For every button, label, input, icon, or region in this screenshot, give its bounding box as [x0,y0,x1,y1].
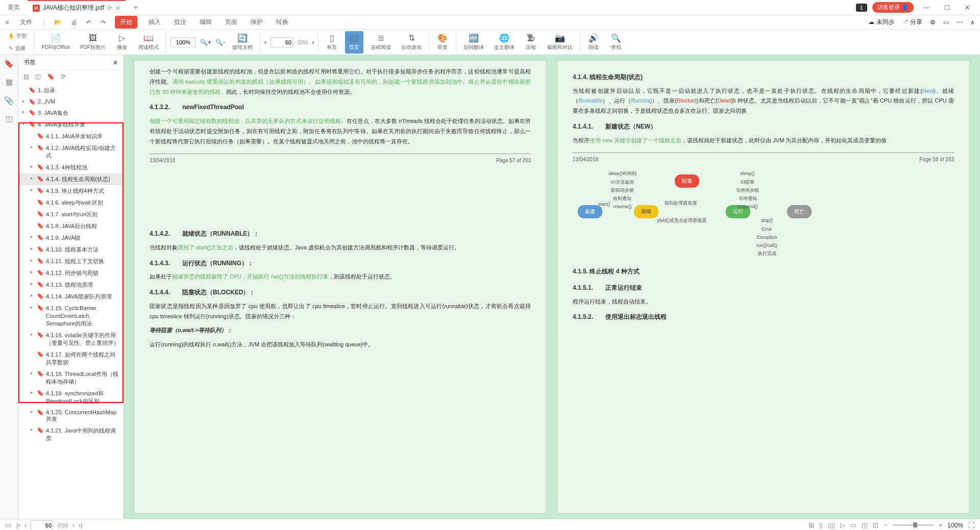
tab-insert[interactable]: 插入 [146,16,163,29]
open-icon[interactable]: 📂 [54,19,62,26]
undo-icon[interactable]: ↶ [86,19,91,26]
tab-comment[interactable]: 批注 [172,16,188,29]
read-aloud[interactable]: 🔊朗读 [584,31,603,54]
tab-protect[interactable]: 保护 [249,16,265,29]
bookmark-item[interactable]: ▸🔖4.1.19. synchronized和ReentrantLock的区别 [18,388,123,407]
bookmark-icon[interactable]: 🔖 [4,59,14,68]
tab-start[interactable]: 开始 [115,16,137,29]
bm-tool-icon[interactable]: ▤ [23,73,29,80]
last-page-icon[interactable]: ›| [79,521,83,529]
select-tool[interactable]: ↖选择 [5,43,30,54]
tab-convert[interactable]: 转换 [274,16,290,29]
rotate-button[interactable]: 🔄旋转文档 [229,31,256,54]
thumbnail-icon[interactable]: ▦ [6,78,13,87]
double-page[interactable]: ▯▯双页 [345,31,363,54]
new-tab-button[interactable]: + [126,3,145,12]
more-icon[interactable]: ⋯ [957,19,963,26]
bookmark-item[interactable]: ▸🔖4.1.12. 同步锁与死锁 [18,267,123,279]
first-page-icon[interactable]: |‹ [16,521,20,529]
bookmark-item[interactable]: ▸🔖4.1.20. ConcurrentHashMap并发 [18,407,123,425]
bookmark-item[interactable]: ▸🔖4.1.11. 线程上下文切换 [18,256,123,267]
pdf-to-office[interactable]: 📄PDF转Office [38,31,73,54]
full-translate[interactable]: 🌐全文翻译 [491,31,518,54]
zoom-in-icon[interactable]: + [939,521,943,529]
pdf-to-image[interactable]: 🖼PDF转图片 [77,31,109,54]
prev-page-icon[interactable]: ‹ [24,521,27,529]
hand-tool[interactable]: ✋手型 [5,31,30,42]
crop-icon[interactable]: ◫ [6,114,13,123]
close-icon[interactable]: ✕ [115,5,120,12]
view5-icon[interactable]: ▭ [850,521,856,529]
bookmark-item[interactable]: 🔖4.1.1. JAVA并发知识库 [18,131,123,142]
bookmark-item[interactable]: ▸🔖4.1.10. 线程基本方法 [18,244,123,256]
bookmark-item[interactable]: ▸🔖4.1.9. JAVA锁 [18,232,123,244]
bookmark-item[interactable]: ▸🔖4.1.5. 终止线程4种方式 [18,185,123,197]
settings-icon[interactable]: ⚙ [930,19,936,26]
fit-icon[interactable]: ⊡ [873,521,878,529]
bookmark-item[interactable]: ▸🔖4.1.3. 4种线程池 [18,162,123,173]
close-window-icon[interactable]: ✕ [960,4,975,11]
zoom-out-icon[interactable]: 🔍- [215,39,225,46]
view2-icon[interactable]: ▯ [819,521,823,529]
view4-icon[interactable]: ▷ [840,521,845,529]
attachment-icon[interactable]: 📎 [4,96,14,105]
sync-status[interactable]: ☁ 未同步 [868,18,894,27]
bookmark-item[interactable]: ▸🔖4.1.21. Java中用到的线程调度 [18,425,123,444]
tab-pin-icon[interactable]: ⟳ [107,5,112,12]
view6-icon[interactable]: ◫ [862,521,868,529]
page-input[interactable] [271,37,293,47]
window-icon[interactable]: ▭ [943,19,949,26]
print-icon[interactable]: 🖨 [71,19,77,26]
bookmark-item[interactable]: 🔖4.1.17. 如何在两个线程之间共享数据 [18,349,123,368]
collapse-icon[interactable]: ∧ [970,19,975,26]
redo-icon[interactable]: ↷ [101,19,106,26]
maximize-icon[interactable]: ☐ [939,4,954,11]
view1-icon[interactable]: ⊞ [808,521,814,529]
bm-tool-icon[interactable]: ◫ [35,73,41,80]
bookmark-item[interactable]: ▸🔖4.1.15. CyclicBarrier、CountDownLatch、S… [18,302,123,330]
auto-scroll[interactable]: ⇅自动滚动 [398,31,425,54]
zoom-out-icon[interactable]: − [884,521,888,529]
bm-tool-icon[interactable]: 🔖 [47,73,55,80]
next-page-icon[interactable]: › [72,521,74,529]
compress-button[interactable]: 🗜压缩 [522,31,540,54]
file-menu[interactable]: 文件 [18,16,34,29]
bookmark-item[interactable]: ▸🔖4.1.13. 线程池原理 [18,279,123,291]
next-page-icon[interactable]: › [312,39,314,46]
bookmark-item[interactable]: ▸🔖4.1.14. JAVA阻塞队列原理 [18,291,123,302]
bookmark-item[interactable]: 🔖4.1.7. start与run区别 [18,209,123,220]
tab-page[interactable]: 页面 [223,16,239,29]
background-button[interactable]: 🎨背景 [433,31,452,54]
bookmark-item[interactable]: ▸🔖4.1.18. ThreadLocal作用（线程本地存储） [18,368,123,388]
continuous-read[interactable]: ≣连续阅读 [368,31,394,54]
bookmark-item[interactable]: ▸🔖4.1.2. JAVA线程实现/创建方式 [18,142,123,162]
tab-edit[interactable]: 编辑 [198,16,214,29]
sb-panel-icon[interactable]: ▭ [5,521,11,529]
bookmark-item[interactable]: ▸🔖4.1.16. volatile关键字的作用（变量可见性、禁止重排序） [18,330,123,349]
minimize-icon[interactable]: — [919,4,934,11]
view3-icon[interactable]: ▯▯ [828,521,835,529]
zoom-in-icon[interactable]: 🔍+ [200,39,211,46]
status-page-input[interactable] [31,520,53,531]
single-page[interactable]: ▯单页 [323,31,341,54]
notification-badge[interactable]: 1 [856,4,867,12]
word-translate[interactable]: 🔤划词翻译 [460,31,487,54]
zoom-slider[interactable] [893,524,934,526]
bookmark-item[interactable]: ▾🔖4. JAVA多线程并发 [18,119,123,131]
home-tab[interactable]: 首页 [0,0,28,15]
read-mode[interactable]: 📖阅读模式 [135,31,162,54]
prev-page-icon[interactable]: ‹ [264,39,266,46]
menu-icon[interactable]: ≡ [5,19,9,26]
play-button[interactable]: ▷播放 [113,31,131,54]
bookmark-item[interactable]: 🔖1. 目录 [18,85,123,96]
close-panel-icon[interactable]: ✕ [113,59,118,66]
zoom-input[interactable] [170,37,196,47]
share-button[interactable]: ↗ 分享 [902,18,922,27]
bookmark-item[interactable]: 🔖4.1.8. JAVA后台线程 [18,220,123,232]
fullscreen-icon[interactable]: ⛶ [968,521,975,529]
bookmark-item[interactable]: ▸🔖4.1.4. 线程生命周期(状态) [18,173,123,185]
find-button[interactable]: 🔍查找 [607,31,625,54]
bm-tool-icon[interactable]: ⟳ [61,73,66,80]
bookmark-item[interactable]: 🔖4.1.6. sleep与wait 区别 [18,197,123,209]
login-button[interactable]: 访客登录 👤 [872,2,914,13]
